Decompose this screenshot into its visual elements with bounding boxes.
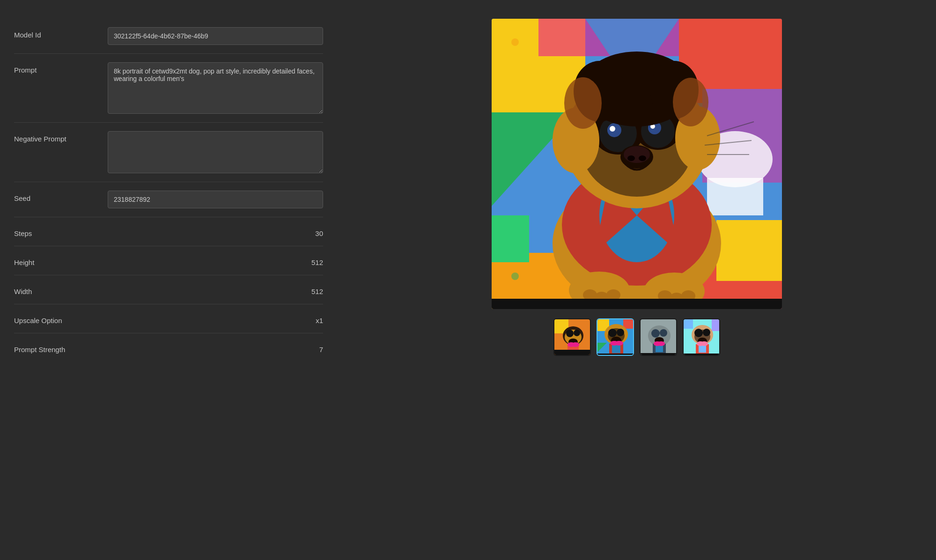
prompt-strength-label: Prompt Strength xyxy=(14,342,108,354)
svg-point-62 xyxy=(566,330,574,337)
thumbnail-1-image xyxy=(554,319,590,355)
upscale-row: Upscale Option x1 xyxy=(14,304,323,333)
thumbnail-1[interactable] xyxy=(553,318,591,356)
width-value: 512 xyxy=(108,284,323,295)
svg-point-86 xyxy=(660,329,667,337)
thumbnail-4[interactable] xyxy=(683,318,720,356)
negative-prompt-label: Negative Prompt xyxy=(14,131,108,143)
svg-rect-68 xyxy=(554,350,591,356)
seed-label: Seed xyxy=(14,191,108,202)
prompt-row: Prompt 8k portrait of cetwd9x2mt dog, po… xyxy=(14,54,323,123)
upscale-value: x1 xyxy=(108,313,323,324)
svg-point-53 xyxy=(755,38,762,46)
thumbnail-4-image xyxy=(684,319,719,355)
steps-row: Steps 30 xyxy=(14,217,323,246)
model-id-label: Model Id xyxy=(14,27,108,39)
svg-rect-71 xyxy=(623,319,634,329)
svg-point-81 xyxy=(615,341,623,346)
svg-point-67 xyxy=(572,342,579,347)
svg-point-91 xyxy=(657,341,665,346)
svg-point-104 xyxy=(700,341,708,346)
svg-rect-94 xyxy=(684,319,693,329)
steps-label: Steps xyxy=(14,226,108,237)
svg-rect-105 xyxy=(684,354,720,356)
height-value: 512 xyxy=(108,255,323,266)
upscale-label: Upscale Option xyxy=(14,313,108,324)
thumbnail-2-image xyxy=(597,319,633,355)
svg-rect-92 xyxy=(641,353,677,356)
prompt-strength-row: Prompt Strength 7 xyxy=(14,333,323,362)
negative-prompt-row: Negative Prompt xyxy=(14,123,323,182)
thumbnail-3-image xyxy=(641,319,676,355)
svg-point-98 xyxy=(694,329,703,337)
prompt-strength-value: 7 xyxy=(108,342,323,354)
width-row: Width 512 xyxy=(14,275,323,304)
svg-point-41 xyxy=(564,77,602,129)
thumbnail-row xyxy=(553,318,720,356)
steps-value: 30 xyxy=(108,226,323,237)
negative-prompt-textarea[interactable] xyxy=(108,131,323,173)
svg-rect-9 xyxy=(716,220,782,281)
main-image-container xyxy=(492,19,782,309)
thumbnail-2[interactable] xyxy=(597,318,634,356)
model-id-row: Model Id xyxy=(14,19,323,54)
left-panel: Model Id Prompt 8k portrait of cetwd9x2m… xyxy=(0,9,337,551)
svg-point-63 xyxy=(574,330,580,336)
svg-point-35 xyxy=(639,155,646,161)
svg-point-34 xyxy=(627,155,635,161)
svg-point-42 xyxy=(673,78,708,126)
width-label: Width xyxy=(14,284,108,295)
prompt-textarea[interactable]: 8k portrait of cetwd9x2mt dog, pop art s… xyxy=(108,62,323,114)
svg-point-75 xyxy=(608,329,617,337)
svg-point-76 xyxy=(617,329,624,336)
svg-point-54 xyxy=(511,273,519,280)
svg-point-30 xyxy=(610,126,615,132)
svg-rect-82 xyxy=(597,354,634,356)
svg-point-52 xyxy=(511,38,519,46)
svg-rect-10 xyxy=(492,215,529,262)
svg-rect-95 xyxy=(712,319,720,331)
svg-rect-51 xyxy=(492,299,782,309)
prompt-label: Prompt xyxy=(14,62,108,74)
svg-point-85 xyxy=(651,329,660,338)
svg-rect-8 xyxy=(707,178,763,215)
svg-point-33 xyxy=(624,146,650,163)
main-image-svg xyxy=(492,19,782,309)
seed-input[interactable] xyxy=(108,191,323,208)
app-container: Model Id Prompt 8k portrait of cetwd9x2m… xyxy=(0,0,936,560)
model-id-input[interactable] xyxy=(108,27,323,45)
right-panel xyxy=(337,9,936,551)
height-row: Height 512 xyxy=(14,246,323,275)
svg-point-99 xyxy=(703,329,710,336)
thumbnail-3[interactable] xyxy=(640,318,677,356)
seed-row: Seed xyxy=(14,182,323,217)
height-label: Height xyxy=(14,255,108,266)
